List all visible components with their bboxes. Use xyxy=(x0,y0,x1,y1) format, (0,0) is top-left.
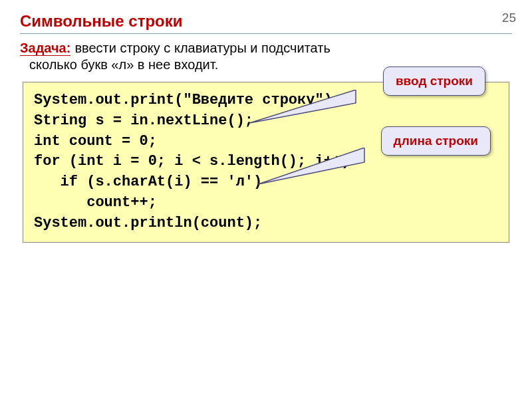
code-line-6: count++; xyxy=(34,193,498,213)
callout-input-string: ввод строки xyxy=(383,66,485,96)
page-number: 25 xyxy=(502,11,516,25)
code-line-7: System.out.println(count); xyxy=(34,213,498,234)
slide-title: Символьные строки xyxy=(20,12,512,31)
callout-string-length: длина строки xyxy=(381,126,491,156)
task-text-1: ввести строку с клавиатуры и подсчитать xyxy=(74,41,330,55)
svg-marker-1 xyxy=(258,148,364,184)
svg-marker-0 xyxy=(249,90,356,123)
callout-tail-1 xyxy=(249,90,382,136)
callout-tail-2 xyxy=(258,148,384,194)
task-line-1: Задача:ввести строку с клавиатуры и подс… xyxy=(20,41,512,56)
title-divider xyxy=(20,33,512,34)
task-label: Задача: xyxy=(20,41,70,56)
